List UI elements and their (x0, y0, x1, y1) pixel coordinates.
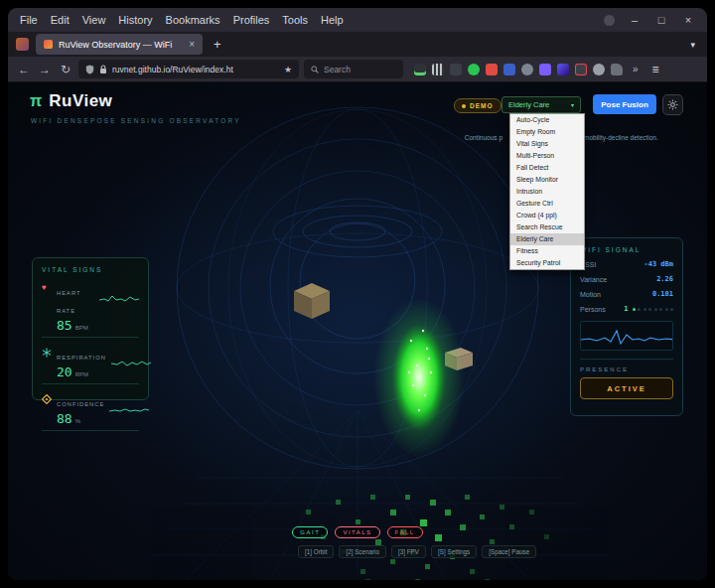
scenario-menu-item[interactable]: Gesture Ctrl (510, 198, 584, 210)
shortcut-settings: [S] Settings (431, 545, 477, 558)
shortcut-hints: [1] Orbit [2] Scenario [3] FPV [S] Setti… (298, 545, 536, 558)
signal-chart (580, 321, 673, 351)
scenario-menu-item[interactable]: Vital Signs (510, 138, 584, 150)
fall-badge[interactable]: FALL (387, 526, 423, 538)
confidence-sparkline (109, 402, 149, 416)
heart-icon: ♥ (42, 283, 52, 293)
url-bar[interactable]: ruvnet.github.io/RuView/index.ht ★ (78, 60, 299, 78)
menu-edit[interactable]: Edit (51, 14, 70, 26)
scenario-menu-item[interactable]: Security Patrol (510, 257, 584, 269)
settings-button[interactable] (662, 94, 683, 115)
rssi-value: -43 dBm (644, 260, 673, 268)
chevron-down-icon: ▾ (571, 101, 574, 108)
scene-cube (294, 283, 330, 319)
scenario-description-right: mobility-decline detection. (584, 134, 658, 141)
person-detection-glow (373, 298, 465, 457)
apple-icon[interactable] (593, 64, 605, 75)
gait-badge[interactable]: GAIT (292, 526, 328, 538)
shield-ext-icon[interactable] (539, 64, 551, 75)
scenario-menu-item[interactable]: Multi-Person (510, 150, 584, 162)
respiration-item: RESPIRATION 20 RPM (42, 346, 139, 384)
scenario-menu-item[interactable]: Sleep Monitor (510, 174, 584, 186)
variance-row: Variance 2.26 (580, 275, 673, 283)
search-placeholder: Search (324, 65, 351, 74)
mastodon-icon[interactable] (557, 64, 569, 75)
variance-label: Variance (580, 276, 607, 283)
app-logo: π RuView (30, 91, 112, 111)
presence-status-badge: ACTIVE (580, 377, 673, 399)
scenario-menu-item-selected[interactable]: Elderly Care (510, 233, 584, 245)
back-button[interactable]: ← (16, 63, 32, 76)
app-menu-button[interactable]: ≡ (652, 63, 659, 76)
scenario-menu-item[interactable]: Fall Detect (510, 162, 584, 174)
close-button[interactable]: × (681, 14, 695, 26)
scenario-select[interactable]: Elderly Care ▾ (501, 96, 581, 113)
confidence-icon (42, 394, 52, 404)
url-text[interactable]: ruvnet.github.io/RuView/index.ht (112, 65, 279, 74)
confidence-value: 88 (57, 411, 72, 426)
sidebar-icon[interactable] (450, 64, 462, 75)
puzzle-icon[interactable] (611, 64, 623, 75)
pose-fusion-button[interactable]: Pose Fusion (593, 94, 656, 114)
firefox-view-icon[interactable] (16, 38, 29, 51)
scenario-description-left: Continuous p (403, 134, 502, 141)
search-bar[interactable]: Search (304, 60, 403, 78)
minimize-button[interactable]: – (628, 14, 642, 26)
bookmark-star-icon[interactable]: ★ (284, 65, 292, 74)
persons-value: 1 (624, 305, 628, 313)
ruview-app: π RuView WIFI DENSEPOSE SENSING OBSERVAT… (8, 82, 707, 580)
navigation-toolbar: ← → ↻ ruvnet.github.io/RuView/index.ht ★ (8, 57, 707, 82)
menu-help[interactable]: Help (321, 14, 344, 26)
menu-bar: File Edit View History Bookmarks Profile… (8, 8, 707, 32)
downloads-icon[interactable] (414, 64, 426, 75)
heart-rate-label: HEART RATE (57, 290, 80, 314)
rssi-row: RSSI -43 dBm (580, 260, 673, 268)
respiration-icon (42, 348, 52, 358)
tab-title: RuView Observatory — WiFi (59, 40, 183, 50)
new-tab-button[interactable]: + (210, 37, 225, 52)
maximize-button[interactable]: □ (654, 14, 668, 26)
respiration-unit: RPM (75, 371, 88, 377)
variance-value: 2.26 (656, 275, 673, 283)
shield-icon[interactable] (85, 65, 94, 74)
link-icon[interactable] (521, 64, 533, 75)
menu-file[interactable]: File (20, 14, 38, 26)
scenario-menu-item[interactable]: Fitness (510, 245, 584, 257)
translate-icon[interactable] (503, 64, 515, 75)
library-icon[interactable] (432, 64, 444, 75)
overflow-button[interactable]: » (633, 64, 639, 74)
scenario-menu-item[interactable]: Crowd (4 ppl) (510, 210, 584, 221)
forward-button[interactable]: → (37, 63, 53, 76)
menu-bookmarks[interactable]: Bookmarks (166, 14, 220, 26)
menu-view[interactable]: View (82, 14, 106, 26)
scenario-menu-item[interactable]: Empty Room (510, 126, 584, 138)
scenario-menu-item[interactable]: Auto-Cycle (510, 114, 584, 126)
motion-value: 0.181 (652, 290, 673, 298)
pocket-icon[interactable] (575, 64, 587, 75)
respiration-sparkline (111, 356, 151, 369)
window-badge-icon (604, 15, 615, 26)
scenario-menu-item[interactable]: Search Rescue (510, 221, 584, 233)
menu-profiles[interactable]: Profiles (233, 14, 270, 26)
menu-tools[interactable]: Tools (282, 14, 308, 26)
search-icon (311, 66, 319, 74)
vital-signs-panel: VITAL SIGNS ♥ HEART RATE 85 BPM (32, 257, 149, 400)
shortcut-pause: [Space] Pause (482, 545, 536, 558)
persons-dots (633, 308, 674, 311)
pdf-icon[interactable] (486, 64, 498, 75)
respiration-value: 20 (57, 365, 72, 379)
tab-close-icon[interactable]: × (189, 39, 195, 50)
heart-rate-item: ♥ HEART RATE 85 BPM (42, 281, 139, 338)
confidence-unit: % (75, 418, 80, 424)
vitals-badge[interactable]: VITALS (335, 526, 379, 538)
heart-rate-unit: BPM (75, 325, 88, 331)
gear-icon (667, 99, 678, 110)
reload-button[interactable]: ↻ (58, 63, 73, 76)
list-tabs-button[interactable]: ▾ (686, 40, 699, 50)
menu-history[interactable]: History (118, 14, 152, 26)
scenario-menu-item[interactable]: Intrusion (510, 186, 584, 198)
whatsapp-icon[interactable] (468, 64, 480, 75)
tab-ruview[interactable]: RuView Observatory — WiFi × (36, 34, 203, 55)
respiration-label: RESPIRATION (57, 355, 106, 361)
tab-favicon-icon (44, 40, 53, 49)
